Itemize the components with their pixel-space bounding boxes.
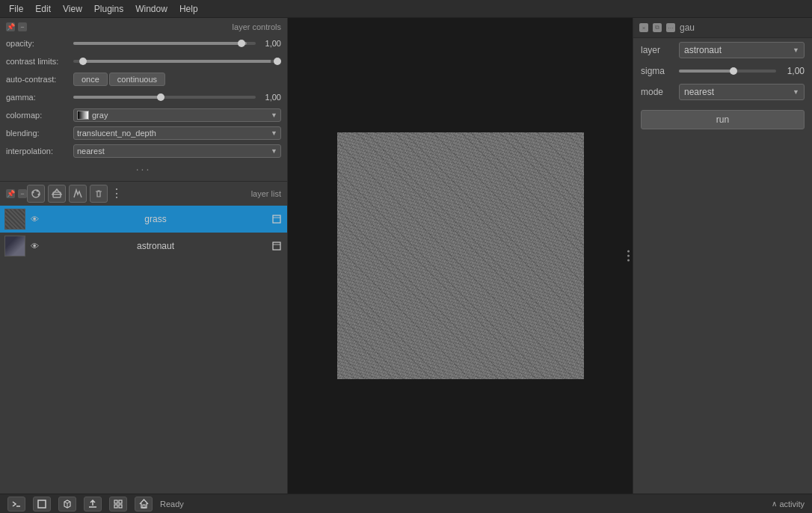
gamma-slider-thumb[interactable] (157, 93, 164, 101)
plugin-name: gau (680, 22, 695, 33)
interpolation-value: nearest (77, 147, 105, 156)
interpolation-label: interpolation: (6, 147, 73, 156)
handle-dot-3 (627, 259, 630, 262)
svg-rect-17 (114, 505, 117, 508)
blending-control: translucent_no_depth ▼ (73, 126, 281, 140)
colormap-dropdown[interactable]: gray ▼ (73, 108, 281, 122)
colormap-row: colormap: gray ▼ (0, 106, 287, 124)
canvas-image (337, 132, 584, 379)
layer-thumbnail-astronaut (4, 236, 25, 256)
menu-help[interactable]: Help (173, 2, 204, 16)
activity-text[interactable]: activity (779, 500, 805, 509)
run-button[interactable]: run (641, 110, 805, 129)
grid-button[interactable] (109, 497, 127, 512)
interpolation-dropdown[interactable]: nearest ▼ (73, 144, 281, 158)
layer-type-icon-grass (271, 213, 283, 225)
layer-eye-astronaut[interactable]: 👁 (28, 240, 40, 252)
pin-icon[interactable]: 📌 (6, 22, 15, 31)
gamma-slider-fill (73, 96, 164, 99)
contrast-limits-fill (84, 60, 271, 63)
contrast-limits-slider[interactable] (73, 60, 281, 63)
minimize-icon[interactable]: − (18, 22, 27, 31)
auto-contrast-buttons: once continuous (73, 73, 165, 86)
layer-thumbnail-grass (4, 209, 25, 230)
interpolation-dropdown-arrow: ▼ (271, 147, 277, 155)
plugin-mode-dropdown-arrow: ▼ (793, 88, 799, 96)
plugin-options-button[interactable]: ⋯ (666, 23, 675, 32)
blending-dropdown-arrow: ▼ (271, 129, 277, 137)
gamma-slider-track[interactable] (73, 96, 256, 99)
layer-item-astronaut[interactable]: 👁 astronaut (0, 233, 287, 259)
square-button[interactable] (33, 497, 51, 512)
add-points-layer-button[interactable] (27, 185, 45, 203)
layer-list-minimize-icon[interactable]: − (18, 189, 27, 198)
layer-name-astronaut: astronaut (43, 241, 268, 251)
ready-text: Ready (160, 500, 184, 509)
colormap-control: gray ▼ (73, 108, 281, 122)
menu-view[interactable]: View (57, 2, 88, 16)
auto-contrast-continuous-button[interactable]: continuous (109, 73, 165, 86)
interpolation-row: interpolation: nearest ▼ (0, 142, 287, 160)
canvas-area[interactable] (337, 132, 584, 379)
statusbar-left: Ready (7, 497, 184, 512)
layer-type-icon-astronaut (271, 240, 283, 252)
menu-file[interactable]: File (3, 2, 29, 16)
delete-layer-button[interactable] (90, 185, 108, 203)
plugin-close-button[interactable]: × (639, 23, 648, 32)
opacity-slider-thumb[interactable] (238, 40, 245, 47)
plugin-sigma-slider[interactable] (679, 70, 776, 73)
contrast-right-thumb[interactable] (274, 58, 281, 65)
activity-arrow: ∧ (772, 500, 777, 508)
opacity-slider-container: 1,00 (73, 39, 281, 48)
plugin-detach-button[interactable]: ⧉ (653, 23, 662, 32)
contrast-left-thumb[interactable] (79, 58, 87, 65)
plugin-mode-value: nearest (684, 87, 714, 97)
layer-item-grass[interactable]: 👁 grass (0, 206, 287, 233)
activity-area[interactable]: ∧ activity (772, 500, 805, 509)
section-icons: 📌 − (6, 22, 27, 31)
blending-row: blending: translucent_no_depth ▼ (0, 124, 287, 142)
layer-eye-grass[interactable]: 👁 (28, 213, 40, 225)
layer-list-pin-icon[interactable]: 📌 (6, 189, 15, 198)
3d-button[interactable] (58, 497, 76, 512)
side-handle[interactable] (624, 251, 633, 262)
gamma-row: gamma: 1,00 (0, 88, 287, 106)
gamma-slider-container: 1,00 (73, 93, 281, 102)
contrast-limits-label: contrast limits: (6, 57, 73, 66)
menu-plugins[interactable]: Plugins (88, 2, 129, 16)
plugin-mode-dropdown[interactable]: nearest ▼ (679, 84, 805, 100)
upload-button[interactable] (84, 497, 102, 512)
add-shapes-layer-button[interactable] (48, 185, 66, 203)
svg-rect-8 (273, 242, 280, 250)
svg-rect-16 (119, 500, 122, 503)
menu-edit[interactable]: Edit (29, 2, 57, 16)
expand-controls[interactable]: ··· (0, 160, 287, 178)
center-panel (288, 18, 633, 494)
layer-more-button[interactable]: ⋮ (111, 188, 123, 200)
svg-point-1 (32, 191, 34, 194)
plugin-layer-dropdown[interactable]: astronaut ▼ (679, 42, 805, 58)
svg-rect-6 (273, 215, 280, 223)
layer-controls-section: 📌 − layer controls opacity: 1,00 (0, 18, 287, 182)
terminal-button[interactable] (7, 497, 25, 512)
blending-dropdown[interactable]: translucent_no_depth ▼ (73, 126, 281, 140)
plugin-layer-dropdown-arrow: ▼ (793, 46, 799, 54)
layer-list-header: 📌 − (0, 182, 287, 206)
auto-contrast-once-button[interactable]: once (73, 73, 108, 86)
colormap-dropdown-arrow: ▼ (271, 111, 277, 119)
main-layout: 📌 − layer controls opacity: 1,00 (0, 18, 812, 494)
opacity-slider-track[interactable] (73, 42, 256, 45)
layer-name-grass: grass (43, 214, 268, 224)
plugin-sigma-thumb[interactable] (730, 67, 737, 75)
layer-controls-title: layer controls (27, 22, 281, 31)
auto-contrast-row: auto-contrast: once continuous (0, 70, 287, 88)
opacity-row: opacity: 1,00 (0, 34, 287, 52)
menu-window[interactable]: Window (129, 2, 173, 16)
plugin-layer-row: layer astronaut ▼ (633, 38, 812, 62)
home-button[interactable] (135, 497, 153, 512)
right-panel: × ⧉ ⋯ gau layer astronaut ▼ sigma 1,00 m… (633, 18, 812, 494)
add-labels-layer-button[interactable] (69, 185, 87, 203)
layer-list-title: layer list (123, 189, 281, 198)
plugin-mode-row: mode nearest ▼ (633, 80, 812, 104)
contrast-limits-row: contrast limits: (0, 52, 287, 70)
